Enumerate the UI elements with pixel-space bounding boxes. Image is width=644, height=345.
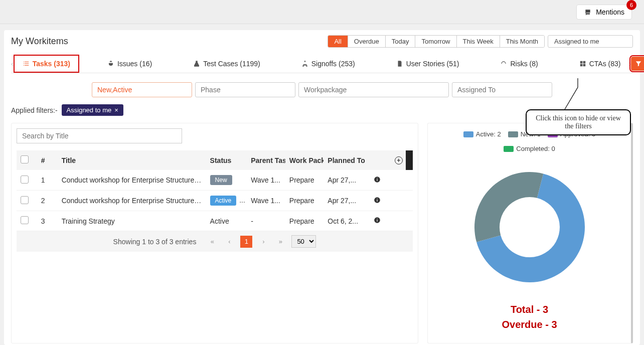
filter-tomorrow[interactable]: Tomorrow [415,36,456,47]
document-icon [396,60,403,67]
filter-overdue[interactable]: Overdue [348,36,386,47]
phase-filter-input[interactable] [195,82,295,97]
panel-header: My Workitems All Overdue Today Tomorrow … [11,35,633,48]
svg-rect-5 [377,198,378,199]
applied-filters-label: Applied filters:- [11,106,58,114]
row-planned: Apr 27,... [324,170,370,191]
svg-rect-2 [377,178,378,178]
header-parent[interactable]: Parent Tas [247,150,285,170]
row-number: 3 [37,211,58,231]
pager-prev[interactable]: ‹ [223,236,235,248]
status-badge: New [210,175,232,185]
chip-label: Assigned to me [67,106,112,114]
tab-issues-label: Issues (16) [117,60,152,68]
assigned-filter-input[interactable] [452,82,552,97]
row-parent: Wave 1... [247,170,285,191]
table-row[interactable]: 2 Conduct workshop for Enterprise Struct… [17,191,413,211]
row-parent: - [247,211,285,231]
help-callout: Click this icon to hide or view the filt… [526,109,631,135]
tab-risks[interactable]: Risks (8) [492,56,546,72]
tab-userstories[interactable]: User Stories (51) [388,56,467,72]
pager: Showing 1 to 3 of 3 entries « ‹ 1 › » 50 [17,231,413,252]
header-title[interactable]: Title [58,150,206,170]
list-check-icon [23,60,30,67]
pager-next[interactable]: › [257,236,269,248]
row-title: Conduct workshop for Enterprise Structur… [58,191,206,211]
row-wp: Prepare [285,211,324,231]
row-checkbox[interactable] [21,216,29,224]
header-number[interactable]: # [37,150,58,170]
row-title: Conduct workshop for Enterprise Structur… [58,170,206,191]
workpackage-filter-input[interactable] [298,82,449,97]
grid-icon [579,60,586,67]
filter-today[interactable]: Today [386,36,416,47]
pager-last[interactable]: » [274,236,286,248]
time-filter-group: All Overdue Today Tomorrow This Week Thi… [328,35,545,48]
table-panel: # Title Status Parent Tas Work Pack Plan… [11,123,418,343]
header-planned[interactable]: Planned To [324,150,370,170]
select-all-checkbox[interactable] [21,155,29,163]
tabs-action-buttons [631,57,644,71]
row-planned: Apr 27,... [324,191,370,211]
chip-remove-icon[interactable]: × [114,106,118,114]
add-column-button[interactable]: + [395,156,403,164]
svg-rect-8 [377,219,378,219]
page-title: My Workitems [11,36,68,47]
toggle-filters-button[interactable] [631,57,644,71]
row-number: 1 [37,170,58,191]
filter-icon [635,60,642,67]
tab-testcases-label: Test Cases (1199) [203,60,260,68]
page-size-select[interactable]: 50 [291,235,316,248]
mentions-button[interactable]: Mentions 6 [576,5,632,20]
tab-testcases[interactable]: Test Cases (1199) [185,56,268,72]
top-bar: Mentions 6 [0,0,644,24]
filter-this-month[interactable]: This Month [500,36,544,47]
notification-badge: 6 [626,0,636,10]
applied-filter-chip[interactable]: Assigned to me × [62,104,123,116]
workitem-table: # Title Status Parent Tas Work Pack Plan… [17,150,413,231]
tab-signoffs[interactable]: Signoffs (253) [293,56,363,72]
table-row[interactable]: 3 Training Strategy Active - Prepare Oct… [17,211,413,231]
chat-icon [584,9,592,16]
row-checkbox[interactable] [21,196,29,204]
tab-tasks[interactable]: Tasks (313) [14,55,79,73]
pager-page-1[interactable]: 1 [240,236,252,248]
info-icon[interactable] [374,197,381,204]
svg-rect-1 [377,179,378,181]
workitem-tabs: ‹ Tasks (313) Issues (16) Test Cases (11… [11,55,633,73]
status-filter-input[interactable]: New,Active [92,82,192,97]
time-filter-bar: All Overdue Today Tomorrow This Week Thi… [328,35,633,48]
status-overflow: ... [239,196,245,204]
row-parent: Wave 1... [247,191,285,211]
legend-active[interactable]: Active: 2 [463,130,501,138]
row-wp: Prepare [285,191,324,211]
tab-userstories-label: User Stories (51) [406,60,459,68]
tab-ctas[interactable]: CTAs (83) [571,56,629,72]
info-icon[interactable] [374,217,381,224]
row-checkbox[interactable] [21,176,29,184]
legend-completed[interactable]: Completed: 0 [504,145,555,152]
pager-first[interactable]: « [206,236,218,248]
search-input[interactable] [17,128,182,143]
row-number: 2 [37,191,58,211]
bug-icon [107,60,114,67]
filter-all[interactable]: All [328,36,348,47]
tab-signoffs-label: Signoffs (253) [311,60,355,68]
header-status[interactable]: Status [206,150,247,170]
tab-issues[interactable]: Issues (16) [99,56,160,72]
table-row[interactable]: 1 Conduct workshop for Enterprise Struct… [17,170,413,191]
header-actions: + [370,150,405,170]
filter-this-week[interactable]: This Week [457,36,500,47]
table-header-row: # Title Status Parent Tas Work Pack Plan… [17,150,413,170]
tab-risks-label: Risks (8) [510,60,538,68]
header-workpackage[interactable]: Work Pack [285,150,324,170]
filter-input-row: New,Active [11,82,633,97]
header-select [17,150,37,170]
total-line: Total - 3 [435,302,624,317]
row-wp: Prepare [285,170,324,191]
content-area: # Title Status Parent Tas Work Pack Plan… [11,123,633,343]
header-scroll [406,150,413,170]
info-icon[interactable] [374,176,381,183]
donut-chart [435,152,624,302]
filter-assigned-to-me[interactable]: Assigned to me [548,35,633,48]
